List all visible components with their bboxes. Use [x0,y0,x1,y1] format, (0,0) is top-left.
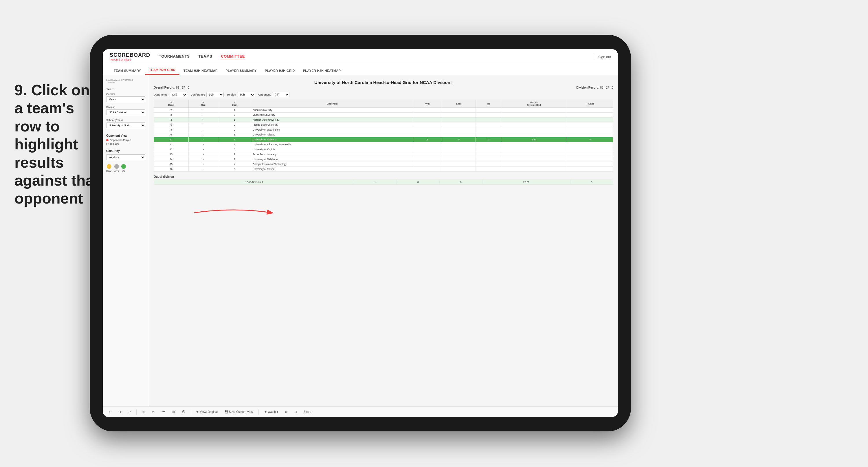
data-cell: 2 [218,157,251,162]
radio-top100[interactable]: Top 100 [106,142,145,145]
toolbar-redo[interactable]: ↪ [117,409,123,415]
table-row[interactable]: 4-1Arizona State University [154,118,613,122]
opponent-name-cell: University of Arizona [251,132,413,137]
toolbar-cut[interactable]: ✂ [150,409,156,415]
table-row[interactable]: 15-4Georgia Institute of Technology [154,162,613,167]
table-row[interactable]: 11-6University of Arkansas, Fayetteville [154,142,613,147]
team-label: Team [106,87,145,91]
nav-teams[interactable]: TEAMS [198,53,212,60]
data-cell [442,113,475,118]
table-row[interactable]: 13-1Texas Tech University [154,152,613,157]
opponent-name-cell: University of Arkansas, Fayetteville [251,142,413,147]
data-cell [501,142,567,147]
data-cell [413,152,442,157]
toolbar-layout[interactable]: ⊞ [283,410,289,414]
table-row[interactable]: 6-2Florida State University [154,122,613,127]
data-cell [475,122,501,127]
school-rank-select[interactable]: University of Nort... [106,122,145,128]
tab-player-h2h-grid[interactable]: PLAYER H2H GRID [261,66,299,75]
opponent-name-cell: Florida State University [251,122,413,127]
gender-select[interactable]: Men's [106,96,145,102]
table-row[interactable]: 16-3University of Florida [154,167,613,172]
data-cell [501,157,567,162]
last-updated: Last Updated: 27/03/2024 16:55:38 [106,79,145,84]
data-cell [413,132,442,137]
toolbar-plus[interactable]: ⊕ [170,409,177,415]
tab-player-summary[interactable]: PLAYER SUMMARY [222,66,261,75]
table-row[interactable]: 11-5University of Alabama3002.618 [154,137,613,142]
division-label: Division [106,106,145,109]
data-cell: 6 [218,142,251,147]
data-cell [567,127,613,132]
tab-player-h2h-heatmap[interactable]: PLAYER H2H HEATMAP [299,66,345,75]
table-row[interactable]: 9-3University of Arizona [154,132,613,137]
nav-items: TOURNAMENTS TEAMS COMMITTEE [159,53,593,60]
data-cell [567,167,613,172]
grid-records: Overall Record: 89 - 17 - 0 Division Rec… [154,86,613,89]
table-row[interactable]: 3-2Vanderbilt University [154,113,613,118]
table-row[interactable]: 12-3University of Virginia [154,147,613,152]
instruction-text: 9. Click on a team's row to highlight re… [14,81,101,208]
conference-filter-select[interactable]: (All) [206,92,224,97]
legend-dot-level [114,164,119,169]
top-nav: SCOREBOARD Powered by clippd TOURNAMENTS… [103,49,618,64]
data-cell: 5 [218,137,251,142]
legend-dot-down [107,164,112,169]
data-cell: 15 [154,162,189,167]
toolbar-minimize[interactable]: ⊟ [292,410,299,414]
ood-row[interactable]: NCAA Division II 1 0 0 26.00 3 [154,180,613,185]
opponent-filter-select[interactable]: (All) [272,92,289,97]
legend-level: Level [114,164,119,172]
data-cell: - [188,147,218,152]
radio-dot-top100 [106,143,108,145]
data-cell: 12 [154,147,189,152]
tablet-screen: SCOREBOARD Powered by clippd TOURNAMENTS… [103,49,618,417]
nav-tournaments[interactable]: TOURNAMENTS [159,53,190,60]
data-cell: 4 [218,162,251,167]
toolbar-dot[interactable]: ••• [160,409,167,415]
sign-out-area: | Sign out [593,54,611,59]
table-row[interactable]: 14-2University of Oklahoma [154,157,613,162]
opponents-filter-select[interactable]: (All) [170,92,187,97]
radio-opponents-played[interactable]: Opponents Played [106,139,145,142]
col-diff: Diff AvStrokes/Rnd [501,100,567,108]
data-cell: 3 [413,137,442,142]
opponent-name-cell: University of Oklahoma [251,157,413,162]
filter-opponent: Opponent (All) [258,92,290,97]
sign-out-button[interactable]: Sign out [598,55,611,59]
toolbar-grid-icon[interactable]: ⊞ [140,409,147,415]
data-cell [442,127,475,132]
table-row[interactable]: 8-2University of Washington [154,127,613,132]
colour-by-select[interactable]: Win/loss [106,154,145,160]
toolbar-save-custom[interactable]: 💾 Save Custom View [223,410,255,414]
opponent-name-cell: University of Washington [251,127,413,132]
radio-dot-opponents [106,139,108,141]
data-cell: 2 [154,108,189,113]
data-cell [475,162,501,167]
division-select[interactable]: NCAA Division I [106,110,145,115]
data-cell: 8 [567,137,613,142]
tab-team-h2h-grid[interactable]: TEAM H2H GRID [145,66,180,75]
tab-team-summary[interactable]: TEAM SUMMARY [110,66,145,75]
h2h-table: #Rank #Reg #Conf Opponent Win Loss Tie D… [154,99,613,172]
data-cell [442,152,475,157]
ood-diff: 26.00 [482,180,570,185]
toolbar-watch[interactable]: 👁 Watch ▾ [262,410,280,414]
data-cell [442,108,475,113]
ood-win: 1 [354,180,397,185]
data-cell [475,147,501,152]
ood-table: NCAA Division II 1 0 0 26.00 3 [154,179,613,185]
region-filter-select[interactable]: (All) [238,92,255,97]
tab-team-h2h-heatmap[interactable]: TEAM H2H HEATMAP [180,66,222,75]
division-record: Division Record: 88 - 17 - 0 [576,86,613,89]
table-row[interactable]: 2-1Auburn University [154,108,613,113]
gender-label: Gender [106,93,145,95]
data-cell: - [188,167,218,172]
toolbar-view-original[interactable]: 👁 View: Original [194,410,219,414]
toolbar-back[interactable]: ↩ [126,409,133,415]
legend: Down Level Up [106,164,145,172]
nav-committee[interactable]: COMMITTEE [221,53,245,60]
toolbar-share[interactable]: Share [302,410,313,414]
toolbar-undo[interactable]: ↩ [107,409,113,415]
toolbar-timer[interactable]: ⏱ [180,409,187,415]
